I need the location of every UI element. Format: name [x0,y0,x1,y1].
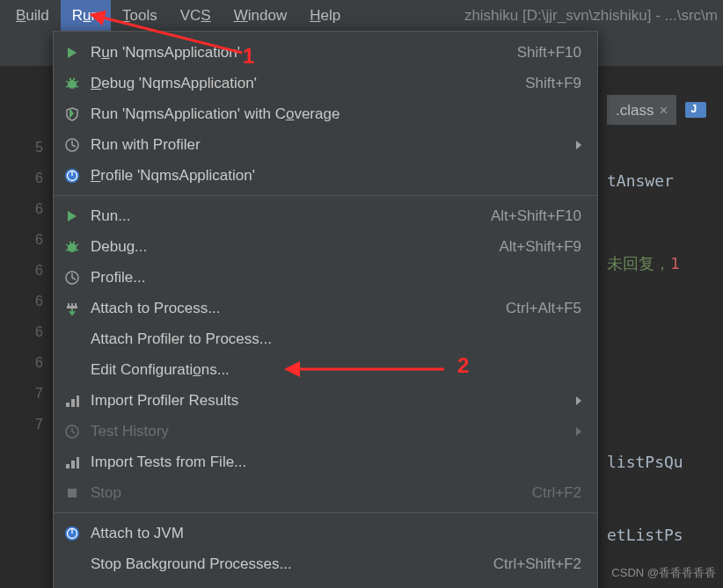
menu-item[interactable]: Profile... [54,262,597,293]
chevron-right-icon [576,427,581,436]
menu-separator [54,195,597,196]
svg-rect-24 [68,303,69,306]
svg-point-18 [69,241,71,243]
menu-vcs[interactable]: VCS [169,0,223,31]
code-fragment: 未回复，1 [607,253,680,274]
svg-point-13 [68,243,77,252]
menu-item[interactable]: Attach to JVM [54,518,597,548]
svg-rect-37 [68,489,77,497]
profiler-icon [62,135,82,155]
menu-item[interactable]: Import Tests from File... [54,446,597,477]
bug-icon [62,74,82,93]
svg-rect-29 [71,399,75,407]
menu-item-label: Edit Configurations... [91,361,581,379]
svg-line-4 [76,86,78,87]
svg-line-15 [76,244,78,246]
menu-item: StopCtrl+F2 [54,477,597,508]
menu-item-label: Attach Profiler to Process... [91,330,581,348]
profile-icon [62,166,82,185]
run-menu-dropdown: Run 'NqmsApplication'Shift+F10Debug 'Nqm… [53,31,598,588]
svg-point-5 [69,77,71,79]
svg-line-2 [76,81,78,83]
menu-item: Test History [54,416,597,446]
svg-rect-28 [66,403,69,407]
menu-item[interactable]: Run...Alt+Shift+F10 [54,200,597,231]
editor-tab[interactable]: .class × [607,95,676,125]
menu-help[interactable]: Help [298,0,352,31]
menu-run[interactable]: Run [61,0,111,31]
svg-line-17 [76,250,78,250]
menu-shortcut: Alt+Shift+F10 [491,207,581,225]
menu-item[interactable]: Attach to Process...Ctrl+Alt+F5 [54,293,597,323]
svg-rect-25 [71,303,73,306]
svg-line-16 [66,250,69,250]
menu-item-label: Test History [91,423,566,440]
menubar: Build Run Tools VCS Window Help zhishiku… [0,0,723,31]
profiler-icon [62,268,82,287]
menu-item-label: Profile... [91,269,581,287]
blank-icon [62,555,82,574]
gutter: 5 6 6 6 6 6 6 6 7 7 [35,132,43,439]
menu-item-label: Attach to JVM [91,525,581,542]
svg-rect-26 [75,303,77,306]
menu-item[interactable]: Run 'NqmsApplication' with Coverage [54,98,597,129]
profile-icon [62,524,82,543]
menu-item[interactable]: Attach Profiler to Process... [54,323,597,354]
svg-line-33 [72,432,75,433]
code-fragment: listPsQu [607,453,683,471]
menu-item-label: Run with Profiler [91,136,566,154]
menu-item-label: Run 'NqmsApplication' with Coverage [91,105,581,123]
menu-item-label: Stop [91,484,515,502]
coverage-icon [62,105,82,124]
menu-item-label: Debug... [91,238,481,256]
import-icon [62,453,82,472]
menu-shortcut: Alt+Shift+F9 [499,238,581,256]
menu-item[interactable]: Stop Background Processes...Ctrl+Shift+F… [54,548,597,579]
menu-item[interactable]: Import Profiler Results [54,385,597,416]
window-title: zhishiku [D:\jjr_svn\zhishiku] - ...\src… [352,0,723,31]
svg-line-9 [72,145,76,147]
menu-tools[interactable]: Tools [111,0,169,31]
svg-point-19 [73,241,75,243]
svg-line-3 [66,86,69,87]
menu-separator [54,512,597,513]
menu-item-label: Run... [91,207,473,225]
blank-icon [62,360,82,380]
annotation-number-2: 2 [457,353,469,378]
stop-icon [62,483,82,503]
close-icon[interactable]: × [659,102,668,120]
svg-line-1 [66,81,69,83]
menu-item[interactable]: Debug...Alt+Shift+F9 [54,231,597,262]
menu-item-label: Profile 'NqmsApplication' [91,167,581,185]
menu-shortcut: Shift+F9 [525,75,581,92]
clock-icon [62,422,82,441]
menu-item[interactable]: Run 'NqmsApplication'Shift+F10 [54,37,597,68]
import-icon [62,391,82,410]
menu-item[interactable]: Edit Configurations... [54,354,597,385]
menu-shortcut: Ctrl+Alt+F5 [506,300,581,317]
svg-rect-30 [77,396,79,407]
menu-item-label: Import Profiler Results [91,392,566,410]
java-file-icon[interactable] [685,102,706,118]
menu-item[interactable]: Debug 'NqmsApplication'Shift+F9 [54,68,597,98]
menu-shortcut: Shift+F10 [517,44,581,62]
code-fragment: tAnswer [607,171,674,190]
code-fragment: etListPs [607,526,683,544]
menu-item-label: Import Tests from File... [91,454,581,471]
menu-window[interactable]: Window [223,0,298,31]
menu-item: Show Running List [54,579,597,588]
play-icon [62,207,82,226]
svg-point-6 [73,77,75,79]
menu-item[interactable]: Run with Profiler [54,129,597,160]
play-icon [62,43,82,62]
blank-icon [62,585,82,589]
annotation-number-1: 1 [243,44,254,69]
watermark: CSDN @香香香香香 [611,565,716,581]
svg-rect-34 [66,464,69,468]
menu-item-label: Stop Background Processes... [91,555,476,573]
menu-build[interactable]: Build [4,0,61,31]
menu-item[interactable]: Profile 'NqmsApplication' [54,160,597,191]
attach-icon [62,299,82,318]
blank-icon [62,330,82,349]
tab-label: .class [616,102,654,120]
